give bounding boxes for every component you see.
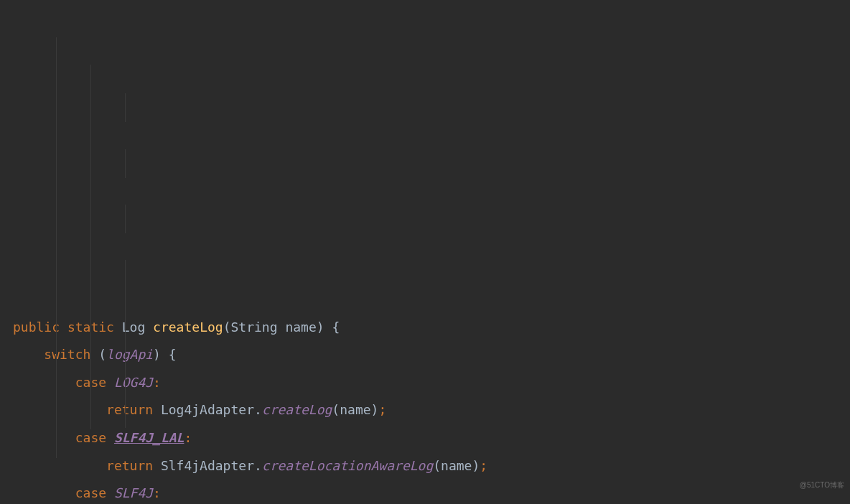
semicolon: ; xyxy=(480,458,487,473)
method-name: createLog xyxy=(153,319,223,335)
colon: : xyxy=(153,375,161,390)
code-line: switch (logApi) { xyxy=(13,347,177,362)
paren-open: ( xyxy=(433,458,441,473)
indent-guide xyxy=(125,93,126,122)
indent-guide xyxy=(125,260,126,428)
indent-guide xyxy=(90,65,91,429)
paren-close: ) xyxy=(153,347,161,362)
code-line: public static Log createLog(String name)… xyxy=(13,319,340,335)
watermark: @51CTO博客 xyxy=(800,472,844,500)
class-slf4jadapter: Slf4jAdapter xyxy=(161,458,254,473)
arg-name: name xyxy=(340,402,370,417)
brace-open: { xyxy=(332,319,340,335)
code-line: case SLF4J_LAL: xyxy=(13,430,192,445)
const-slf4j: SLF4J xyxy=(114,485,153,500)
param-name: name xyxy=(285,319,316,335)
keyword-case: case xyxy=(75,485,106,500)
indent-guide xyxy=(125,205,126,233)
call-createlocationawarelog: createLocationAwareLog xyxy=(262,458,433,473)
code-line: case SLF4J: xyxy=(13,485,161,500)
colon: : xyxy=(184,430,192,445)
code-editor[interactable]: public static Log createLog(String name)… xyxy=(13,314,850,504)
keyword-case: case xyxy=(75,430,106,445)
keyword-public: public xyxy=(13,319,60,335)
field-logapi: logApi xyxy=(106,347,153,362)
type-string: String xyxy=(231,319,278,335)
indent-guide xyxy=(125,149,126,178)
semicolon: ; xyxy=(378,402,386,417)
keyword-return: return xyxy=(106,458,153,473)
dot: . xyxy=(254,402,262,417)
brace-open: { xyxy=(169,347,177,362)
paren-close: ) xyxy=(317,319,324,335)
call-createlog: createLog xyxy=(262,402,332,417)
code-line: return Slf4jAdapter.createLocationAwareL… xyxy=(13,458,487,473)
paren-open: ( xyxy=(98,347,106,362)
code-line: return Log4jAdapter.createLog(name); xyxy=(13,402,386,417)
paren-close: ) xyxy=(371,402,379,417)
class-log4jadapter: Log4jAdapter xyxy=(161,402,254,417)
keyword-switch: switch xyxy=(44,347,90,362)
indent-guide xyxy=(56,37,57,458)
const-log4j: LOG4J xyxy=(114,375,153,390)
arg-name: name xyxy=(441,458,472,473)
paren-open: ( xyxy=(332,402,340,417)
keyword-return: return xyxy=(106,402,153,417)
const-slf4j-lal-link[interactable]: SLF4J_LAL xyxy=(114,430,185,445)
paren-open: ( xyxy=(223,319,231,335)
dot: . xyxy=(254,458,262,473)
colon: : xyxy=(153,485,161,500)
code-line: case LOG4J: xyxy=(13,375,161,390)
paren-close: ) xyxy=(472,458,480,473)
